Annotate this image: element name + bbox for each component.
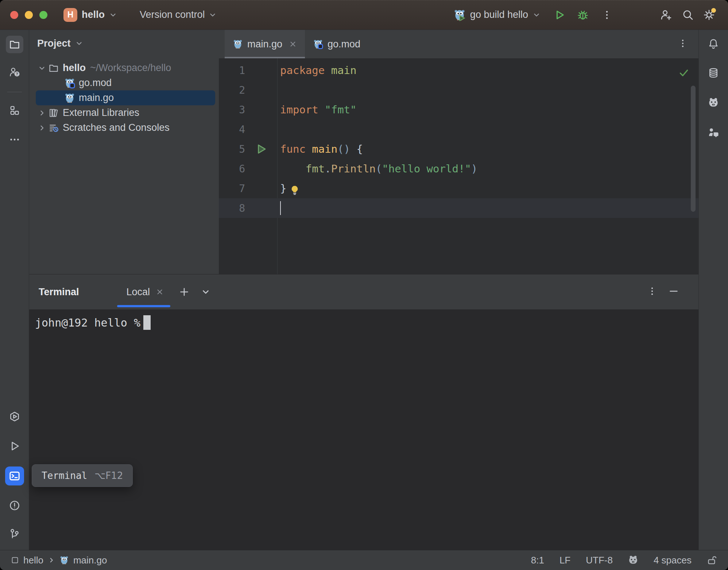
line-separator-widget[interactable]: LF [559,555,570,566]
editor-tab-main-go[interactable]: main.go [225,30,305,58]
close-icon[interactable] [156,288,164,296]
structure-button[interactable] [6,102,23,119]
terminal-button[interactable] [5,466,24,485]
chevron-down-icon [109,11,117,19]
gopher-mod-icon [64,78,75,89]
tree-item-main-go[interactable]: main.go [36,90,215,105]
line-number: 5 [219,143,245,155]
code-line-3[interactable]: 3import "fmt" [219,100,698,120]
terminal-tab-local[interactable]: Local [124,274,166,309]
editor-scrollbar[interactable] [691,86,696,212]
settings-button[interactable] [701,7,717,23]
notifications-button[interactable] [705,35,722,52]
titlebar: H hello Version control go build hello [0,0,728,30]
code-line-5[interactable]: 5func main() { [219,139,698,159]
project-widget[interactable]: H hello [63,8,117,22]
indent-widget[interactable]: 4 spaces [654,555,692,566]
tree-item-label: External Libraries [63,107,139,118]
tree-item-path: ~/Workspace/hello [90,62,171,74]
more-actions-button[interactable] [599,7,615,23]
top-row: Project hello~/Workspace/hello go.mod ma… [29,30,698,274]
line-number: 8 [219,202,245,214]
project-folder-icon [9,39,20,50]
tree-item-label: Scratches and Consoles [63,122,170,133]
search-button[interactable] [680,7,696,23]
terminal-options-button[interactable] [647,286,657,297]
tree-item-scratches-and-consoles[interactable]: Scratches and Consoles [36,120,215,135]
breadcrumb-item-hello[interactable]: hello [23,555,43,566]
project-folder-button[interactable] [6,36,23,53]
close-window-button[interactable] [10,11,18,19]
svg-text:?: ? [16,72,18,76]
run-config-selector[interactable]: go build hello [453,9,541,21]
project-panel-header[interactable]: Project [29,35,219,52]
minimize-window-button[interactable] [25,11,33,19]
breadcrumb-item-maingo[interactable]: main.go [73,555,107,566]
caret-position-widget[interactable]: 8:1 [531,555,544,566]
more-button[interactable] [6,131,23,148]
tree-item-hello[interactable]: hello~/Workspace/hello [36,60,215,75]
line-number: 1 [219,65,245,77]
code-line-7[interactable]: 7} [219,179,698,198]
vcs-widget[interactable]: Version control [140,9,217,20]
gopher-icon [64,93,75,104]
code-line-8[interactable]: 8 [219,198,698,218]
editor-tab-go-mod[interactable]: go.mod [305,30,368,58]
version-control-icon [9,528,20,539]
intention-bulb-icon[interactable] [289,185,300,196]
database-button[interactable] [705,64,722,82]
terminal-prompt: john@192 hello % [35,316,140,329]
run-button[interactable] [551,7,568,23]
status-bar: hello main.go 8:1 LF UTF-8 4 spaces [0,550,728,570]
terminal-dropdown-button[interactable] [201,287,210,297]
text-caret [280,201,281,215]
code-with-me-button[interactable] [705,124,722,141]
terminal-panel: Terminal Local john@192 hello % [29,274,698,550]
chevron-right-icon[interactable] [36,109,48,117]
code-editor[interactable]: 1package main23import "fmt"45func main()… [219,58,698,274]
project-tree: hello~/Workspace/hello go.mod main.goExt… [29,60,219,135]
terminal-output[interactable]: john@192 hello % Terminal ⌥F12 [29,309,698,550]
code-line-4[interactable]: 4 [219,120,698,139]
main-area: ? Project hello~/Workspace/hello go.mod … [0,30,728,550]
tree-item-external-libraries[interactable]: External Libraries [36,105,215,120]
gopher-sdk-icon[interactable] [628,555,638,565]
code-line-6[interactable]: 6 fmt.Println("hello world!") [219,159,698,179]
tree-item-go-mod[interactable]: go.mod [36,75,215,90]
vcs-label: Version control [140,9,205,20]
code-text: package main [280,64,357,77]
chevron-down-icon [75,39,83,47]
hide-terminal-button[interactable] [669,286,679,298]
code-text: import "fmt" [280,104,357,116]
line-number: 2 [219,84,245,96]
problems-icon [9,500,20,511]
close-icon[interactable] [289,40,297,48]
more-icon [9,134,20,145]
line-number: 7 [219,183,245,195]
commit-help-button[interactable]: ? [6,63,23,81]
debug-button[interactable] [575,7,591,23]
problems-button[interactable] [6,497,23,514]
tree-item-label: hello [63,62,86,74]
new-terminal-button[interactable] [179,287,189,297]
ai-assistant-button[interactable] [705,94,722,112]
inspections-ok-icon[interactable] [679,68,689,81]
add-user-button[interactable] [658,7,674,23]
encoding-widget[interactable]: UTF-8 [586,555,613,566]
run-main-gutter-icon[interactable] [255,143,267,155]
chevron-right-icon[interactable] [36,124,48,132]
services-button[interactable] [6,408,23,425]
version-control-button[interactable] [6,525,23,543]
chevron-down-icon[interactable] [36,64,48,72]
tab-options-button[interactable] [678,39,688,50]
settings-notification-badge [711,8,716,13]
code-line-2[interactable]: 2 [219,80,698,100]
chevron-down-icon [533,11,541,19]
zoom-window-button[interactable] [39,11,47,19]
run-button[interactable] [6,437,23,455]
traffic-lights [10,11,47,19]
code-line-1[interactable]: 1package main [219,60,698,80]
gopher-run-icon [453,9,466,21]
unlock-icon[interactable] [707,555,717,565]
terminal-title[interactable]: Terminal [39,286,79,298]
